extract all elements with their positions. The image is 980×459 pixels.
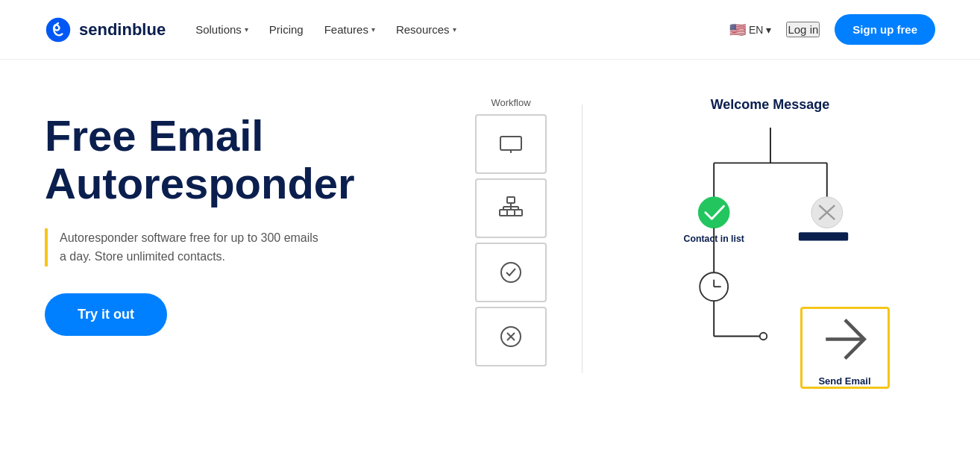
panel-divider [582, 104, 582, 373]
logo-icon [45, 16, 72, 43]
monitor-icon [497, 131, 524, 157]
svg-rect-26 [798, 232, 847, 240]
svg-point-13 [501, 263, 521, 282]
chevron-down-icon: ▾ [453, 25, 456, 34]
navbar-right: 🇺🇸 EN ▾ Log in Sign up free [729, 14, 935, 45]
login-button[interactable]: Log in [786, 22, 820, 37]
workflow-panel: Workflow [462, 97, 559, 366]
svg-rect-11 [507, 210, 515, 216]
chevron-down-icon: ▾ [245, 25, 248, 34]
svg-rect-10 [500, 210, 507, 216]
svg-rect-4 [507, 197, 515, 203]
svg-point-21 [698, 197, 729, 228]
x-circle-icon [497, 323, 524, 350]
workflow-box-2 [475, 178, 547, 238]
check-circle-icon [497, 259, 524, 286]
flag-icon: 🇺🇸 [729, 22, 746, 38]
chevron-down-icon: ▾ [766, 24, 771, 36]
svg-rect-12 [515, 210, 522, 216]
welcome-panel: Welcome Message Contact [605, 97, 935, 396]
workflow-box-1 [475, 114, 547, 174]
nav-links: Solutions ▾ Pricing Features ▾ Resources… [195, 23, 456, 36]
workflow-diagram: Contact in list [651, 128, 890, 396]
welcome-title: Welcome Message [711, 97, 830, 113]
try-it-out-button[interactable]: Try it out [45, 293, 167, 336]
logo[interactable]: sendinblue [45, 16, 166, 43]
org-chart-icon [497, 195, 524, 222]
hero-title: Free Email Autoresponder [45, 112, 403, 207]
logo-text: sendinblue [79, 20, 166, 40]
lang-selector[interactable]: 🇺🇸 EN ▾ [729, 22, 771, 38]
nav-pricing[interactable]: Pricing [269, 23, 304, 36]
nav-solutions[interactable]: Solutions ▾ [195, 23, 248, 36]
navbar: sendinblue Solutions ▾ Pricing Features … [0, 0, 980, 60]
navbar-left: sendinblue Solutions ▾ Pricing Features … [45, 16, 456, 43]
signup-button[interactable]: Sign up free [835, 14, 935, 45]
send-email-label: Send Email [818, 375, 870, 387]
svg-point-33 [759, 333, 766, 340]
hero-section: Free Email Autoresponder Autoresponder s… [0, 60, 980, 459]
workflow-items [462, 114, 559, 366]
paper-plane-icon [802, 309, 888, 369]
send-email-card: Send Email [800, 307, 890, 389]
svg-rect-1 [500, 137, 521, 150]
nav-features[interactable]: Features ▾ [324, 23, 375, 36]
chevron-down-icon: ▾ [371, 25, 375, 34]
hero-description: Autoresponder software free for up to 30… [45, 228, 328, 266]
workflow-box-3 [475, 243, 547, 302]
workflow-box-4 [475, 307, 547, 366]
nav-resources[interactable]: Resources ▾ [396, 23, 456, 36]
workflow-label: Workflow [462, 97, 559, 108]
hero-text: Free Email Autoresponder Autoresponder s… [45, 97, 403, 336]
